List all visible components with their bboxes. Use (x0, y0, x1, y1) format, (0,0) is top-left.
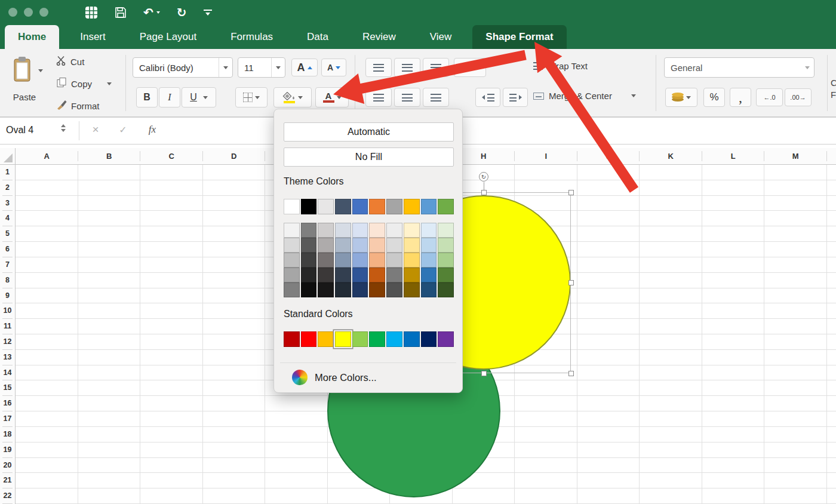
accounting-dropdown-caret-icon[interactable] (686, 96, 691, 99)
theme-variant-r4-swatch-181717[interactable] (318, 282, 334, 297)
cancel-button[interactable]: × (87, 123, 104, 136)
underline-button[interactable]: U (182, 87, 216, 107)
increase-indent-button[interactable] (503, 88, 528, 107)
workbook-icon[interactable] (85, 6, 98, 19)
row-header-21[interactable]: 21 (0, 473, 15, 488)
cut-button[interactable]: Cut (56, 56, 84, 68)
increase-decimal-button[interactable]: ←.0 (756, 88, 783, 106)
percent-style-button[interactable]: % (703, 88, 725, 107)
italic-button[interactable]: I (159, 87, 180, 107)
minimize-button[interactable] (24, 8, 33, 17)
borders-dropdown-caret-icon[interactable] (255, 96, 260, 99)
theme-variant-r1-swatch-DBDBDB[interactable] (386, 238, 402, 253)
standard-color-swatch-00B0F0[interactable] (386, 331, 402, 347)
rotation-handle[interactable]: ↻ (479, 172, 488, 182)
theme-variant-r3-swatch-2E75B6[interactable] (421, 268, 437, 282)
theme-variant-r0-swatch-FBE5D6[interactable] (369, 223, 385, 238)
theme-variant-r1-swatch-FFE699[interactable] (404, 238, 420, 253)
standard-color-swatch-002060[interactable] (421, 331, 437, 347)
merge-center-button[interactable]: Merge & Center (533, 91, 636, 101)
theme-variant-r3-swatch-3B3838[interactable] (318, 268, 334, 282)
selection-handle-bottom-right[interactable] (568, 371, 574, 376)
font-family-caret[interactable] (219, 58, 232, 77)
customize-toolbar-button[interactable] (204, 10, 212, 16)
tab-page-layout[interactable]: Page Layout (127, 25, 210, 49)
theme-color-swatch-ED7D31[interactable] (369, 199, 385, 214)
paste-button[interactable]: Paste (5, 55, 44, 106)
theme-variant-r3-swatch-7B7B7B[interactable] (386, 268, 402, 282)
theme-variant-r0-swatch-D9E2F3[interactable] (352, 223, 368, 238)
theme-variant-r2-swatch-767171[interactable] (318, 253, 334, 268)
theme-variant-r1-swatch-BDD7EE[interactable] (421, 238, 437, 253)
align-right-button[interactable] (423, 88, 449, 107)
font-size-combo[interactable]: 11 (238, 57, 285, 78)
orientation-button[interactable]: ab (454, 58, 486, 77)
theme-color-swatch-000000[interactable] (301, 199, 317, 214)
row-header-9[interactable]: 9 (0, 288, 15, 304)
theme-variant-r3-swatch-333F50[interactable] (335, 268, 351, 282)
name-box[interactable]: Oval 4 (6, 125, 33, 136)
theme-variant-r0-swatch-7F7F7F[interactable] (301, 223, 317, 238)
decrease-indent-button[interactable] (475, 88, 500, 107)
close-button[interactable] (8, 8, 17, 17)
underline-dropdown-caret-icon[interactable] (203, 96, 208, 99)
accounting-format-button[interactable] (665, 88, 697, 107)
tab-insert[interactable]: Insert (67, 25, 119, 49)
tab-formulas[interactable]: Formulas (217, 25, 286, 49)
row-header-10[interactable]: 10 (0, 303, 15, 319)
wrap-text-button[interactable]: Wrap Text (533, 61, 588, 71)
theme-color-swatch-4472C4[interactable] (352, 199, 368, 214)
copy-button[interactable]: Copy (56, 77, 112, 90)
theme-color-swatch-A5A5A5[interactable] (386, 199, 402, 214)
selection-handle-bottom-middle[interactable] (481, 371, 487, 376)
row-header-4[interactable]: 4 (0, 211, 15, 226)
font-size-caret[interactable] (271, 58, 285, 77)
theme-variant-r3-swatch-A6A6A6[interactable] (284, 268, 300, 282)
bold-button[interactable]: B (136, 87, 158, 107)
tab-shape-format[interactable]: Shape Format (472, 25, 566, 49)
tab-home[interactable]: Home (5, 25, 59, 49)
row-header-6[interactable]: 6 (0, 242, 15, 257)
theme-color-swatch-70AD47[interactable] (438, 199, 454, 214)
selection-handle-top-right[interactable] (568, 190, 574, 195)
standard-color-swatch-FFC000[interactable] (318, 331, 334, 347)
row-header-1[interactable]: 1 (0, 165, 15, 180)
theme-variant-r2-swatch-404040[interactable] (301, 253, 317, 268)
row-header-22[interactable]: 22 (0, 488, 15, 504)
standard-color-swatch-FF0000[interactable] (301, 331, 317, 347)
theme-variant-r3-swatch-548235[interactable] (438, 268, 454, 282)
undo-dropdown-caret-icon[interactable] (156, 11, 160, 14)
row-header-12[interactable]: 12 (0, 334, 15, 350)
row-header-14[interactable]: 14 (0, 365, 15, 381)
theme-variant-r3-swatch-BF9000[interactable] (404, 268, 420, 282)
tab-view[interactable]: View (417, 25, 465, 49)
theme-variant-r1-swatch-AEABAB[interactable] (318, 238, 334, 253)
theme-color-swatch-FFC000[interactable] (404, 199, 420, 214)
theme-variant-r4-swatch-1F4E79[interactable] (421, 282, 437, 297)
theme-variant-r4-swatch-833C00[interactable] (369, 282, 385, 297)
theme-variant-r3-swatch-262626[interactable] (301, 268, 317, 282)
orientation-dropdown-caret-icon[interactable] (474, 66, 478, 69)
theme-variant-r4-swatch-375623[interactable] (438, 282, 454, 297)
row-header-2[interactable]: 2 (0, 180, 15, 196)
zoom-button[interactable] (39, 8, 48, 17)
theme-variant-r4-swatch-0D0D0D[interactable] (301, 282, 317, 297)
formula-input[interactable] (174, 122, 831, 140)
align-bottom-button[interactable] (423, 58, 449, 77)
font-family-combo[interactable]: Calibri (Body) (133, 57, 233, 78)
theme-variant-r2-swatch-8497B0[interactable] (335, 253, 351, 268)
theme-color-swatch-44546A[interactable] (335, 199, 351, 214)
shrink-font-button[interactable]: A (321, 59, 346, 76)
row-header-16[interactable]: 16 (0, 396, 15, 411)
enter-button[interactable]: ✓ (115, 124, 131, 136)
standard-color-swatch-C00000[interactable] (284, 331, 300, 347)
theme-variant-r2-swatch-8EAADB[interactable] (352, 253, 368, 268)
more-colors-button[interactable]: More Colors... (292, 370, 377, 385)
font-color-dropdown-caret-icon[interactable] (337, 96, 342, 99)
theme-variant-r2-swatch-BFBFBF[interactable] (284, 253, 300, 268)
theme-variant-r1-swatch-595959[interactable] (301, 238, 317, 253)
save-icon[interactable] (115, 7, 127, 19)
row-header-20[interactable]: 20 (0, 458, 15, 474)
theme-variant-r1-swatch-D9D9D9[interactable] (284, 238, 300, 253)
theme-variant-r4-swatch-7F7F7F[interactable] (284, 282, 300, 297)
